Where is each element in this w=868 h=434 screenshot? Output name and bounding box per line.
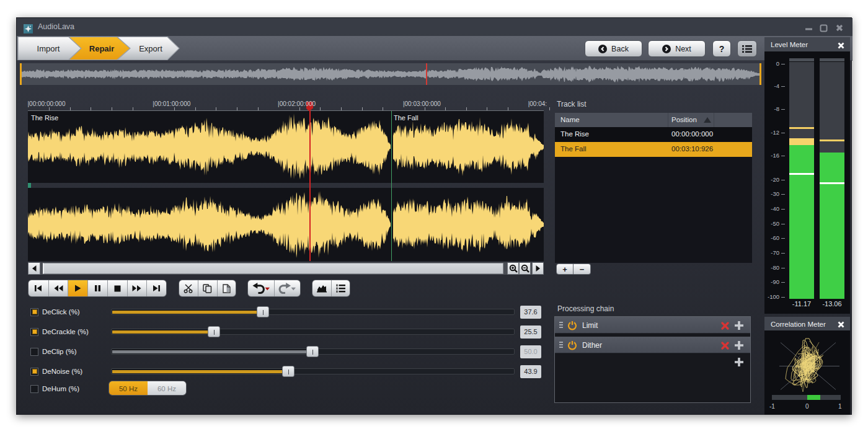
svg-text:Import: Import <box>37 44 60 53</box>
svg-text:Export: Export <box>139 44 162 53</box>
svg-text:Repair: Repair <box>89 44 114 53</box>
